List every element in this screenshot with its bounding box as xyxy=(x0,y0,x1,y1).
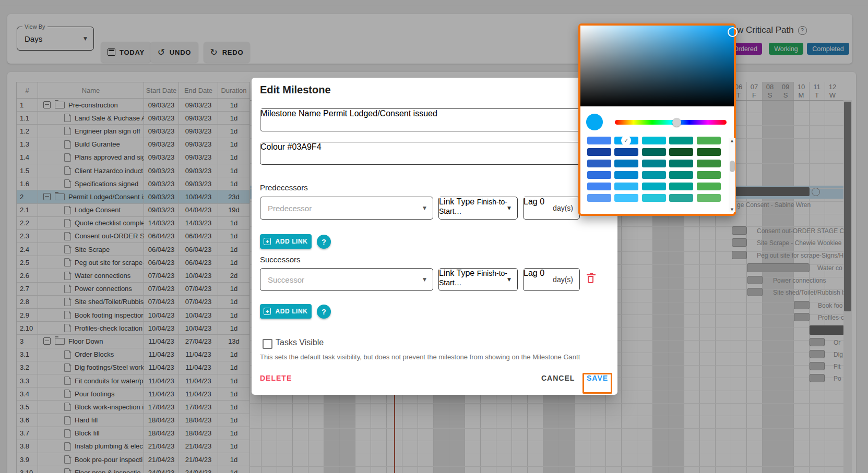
colour-swatch[interactable] xyxy=(642,148,666,156)
add-link-icon xyxy=(264,308,271,315)
colour-swatch[interactable] xyxy=(587,148,611,156)
colour-swatch[interactable] xyxy=(642,194,666,202)
predecessor-placeholder: Predecessor xyxy=(268,204,312,213)
swatch-grid xyxy=(580,137,727,212)
question-mark-icon: ? xyxy=(322,238,326,246)
successor-placeholder: Successor xyxy=(268,275,304,284)
tasks-visible-helper-text: This sets the default task visibility, b… xyxy=(260,353,580,361)
successor-help-button[interactable]: ? xyxy=(317,305,331,319)
successor-link-type-select[interactable]: Link Type Finish-to-Start… xyxy=(438,268,518,291)
colour-label: Colour xyxy=(260,142,285,151)
saturation-gradient[interactable] xyxy=(580,26,734,106)
lag-value: 0 xyxy=(540,269,544,277)
add-predecessor-link-button[interactable]: ADD LINK xyxy=(260,234,312,249)
colour-swatch[interactable] xyxy=(614,137,638,144)
colour-swatch[interactable] xyxy=(587,160,611,167)
app-root: View By Days TODAY ↺ UNDO ↻ REDO w Criti… xyxy=(0,0,868,473)
colour-swatch[interactable] xyxy=(669,160,693,167)
predecessor-help-button[interactable]: ? xyxy=(317,235,331,249)
scrollbar-thumb[interactable] xyxy=(730,161,735,172)
colour-field[interactable]: Colour #03A9F4 xyxy=(260,142,602,165)
colour-swatch[interactable] xyxy=(697,137,721,144)
chevron-down-icon xyxy=(423,205,426,211)
milestone-name-label: Milestone Name xyxy=(260,109,321,118)
link-type-label: Link Type xyxy=(439,197,474,206)
tasks-visible-checkbox[interactable] xyxy=(263,339,272,349)
add-successor-link-button[interactable]: ADD LINK xyxy=(260,304,312,319)
lag-value: 0 xyxy=(540,197,544,206)
save-highlight-outline xyxy=(582,373,612,394)
colour-swatch[interactable] xyxy=(614,183,638,190)
colour-swatch[interactable] xyxy=(669,183,693,190)
colour-swatch[interactable] xyxy=(642,160,666,167)
colour-swatch[interactable] xyxy=(614,160,638,167)
scroll-up-icon[interactable]: ▲ xyxy=(729,139,735,143)
colour-swatch[interactable] xyxy=(642,137,666,144)
colour-value: #03A9F4 xyxy=(288,142,322,151)
colour-preview-swatch xyxy=(586,114,603,130)
colour-swatch[interactable] xyxy=(642,171,666,179)
add-link-label: ADD LINK xyxy=(275,308,307,315)
colour-swatch[interactable] xyxy=(614,194,638,202)
add-link-label: ADD LINK xyxy=(275,238,307,245)
gradient-handle[interactable] xyxy=(728,27,738,37)
lag-label: Lag xyxy=(524,197,538,206)
lag-suffix: day(s) xyxy=(553,204,573,212)
colour-swatch[interactable] xyxy=(642,183,666,190)
delete-button[interactable]: DELETE xyxy=(260,374,292,382)
colour-swatch[interactable] xyxy=(697,183,721,190)
cancel-button[interactable]: CANCEL xyxy=(541,374,575,382)
colour-swatch[interactable] xyxy=(587,183,611,190)
tasks-visible-label: Tasks Visible xyxy=(276,338,324,347)
chevron-down-icon xyxy=(507,205,511,211)
colour-swatch[interactable] xyxy=(697,148,721,156)
dialog-title: Edit Milestone xyxy=(260,84,331,96)
selected-check-icon xyxy=(621,137,631,145)
predecessor-lag-field[interactable]: Lag 0 day(s) xyxy=(523,197,580,220)
question-mark-icon: ? xyxy=(322,308,326,316)
milestone-name-value: Permit Lodged/Consent issued xyxy=(323,109,437,118)
hue-slider[interactable] xyxy=(615,120,727,125)
lag-suffix: day(s) xyxy=(553,275,573,284)
colour-swatch[interactable] xyxy=(669,194,693,202)
colour-swatch[interactable] xyxy=(587,171,611,179)
hue-slider-handle[interactable] xyxy=(672,118,681,127)
colour-swatch[interactable] xyxy=(669,171,693,179)
link-type-label: Link Type xyxy=(439,269,474,277)
delete-successor-button[interactable] xyxy=(586,273,597,285)
colour-swatch[interactable] xyxy=(669,137,693,144)
successor-select[interactable]: Successor xyxy=(260,268,433,291)
trash-icon xyxy=(587,274,596,275)
colour-swatch[interactable] xyxy=(697,160,721,167)
colour-swatch[interactable] xyxy=(697,171,721,179)
successors-heading: Successors xyxy=(260,255,301,264)
predecessor-link-type-select[interactable]: Link Type Finish-to-Start… xyxy=(438,197,518,220)
colour-picker-popup: ▲ ▼ xyxy=(578,23,736,216)
chevron-down-icon xyxy=(423,277,426,282)
successor-lag-field[interactable]: Lag 0 day(s) xyxy=(523,268,580,291)
swatch-scrollbar[interactable]: ▲ ▼ xyxy=(729,138,735,212)
colour-swatch[interactable] xyxy=(614,148,638,156)
predecessor-select[interactable]: Predecessor xyxy=(260,197,433,220)
colour-swatch[interactable] xyxy=(669,148,693,156)
colour-swatch[interactable] xyxy=(614,171,638,179)
add-link-icon xyxy=(264,238,271,245)
colour-swatch[interactable] xyxy=(587,194,611,202)
scroll-down-icon[interactable]: ▼ xyxy=(729,208,735,212)
lag-label: Lag xyxy=(524,269,538,277)
milestone-name-field[interactable]: Milestone Name Permit Lodged/Consent iss… xyxy=(260,108,602,131)
chevron-down-icon xyxy=(507,277,511,282)
colour-swatch[interactable] xyxy=(587,137,611,144)
edit-milestone-dialog: Edit Milestone Milestone Name Permit Lod… xyxy=(252,78,617,395)
predecessors-heading: Predecessors xyxy=(260,183,308,192)
colour-swatch[interactable] xyxy=(697,194,721,202)
